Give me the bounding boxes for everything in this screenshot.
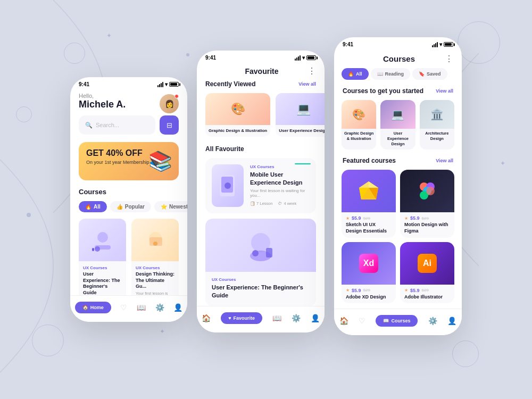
price-new-3: $5.9 bbox=[410, 288, 420, 293]
tab-newest[interactable]: ⭐ Newest bbox=[154, 201, 187, 212]
search-box[interactable]: 🔍 Search... bbox=[79, 115, 155, 135]
nav-heart-right[interactable]: ♡ bbox=[359, 317, 365, 325]
fav-card-1[interactable]: UX Courses User Experience: The Beginner… bbox=[205, 219, 316, 306]
course-category-0: UX Courses bbox=[83, 265, 122, 270]
time-left: 9:41 bbox=[79, 81, 89, 87]
recent-card-1[interactable]: 💻 User Experience Design bbox=[276, 93, 325, 137]
featured-card-0[interactable]: ★ $5.9 $29 Sketch UI UX Design Essential… bbox=[342, 170, 396, 237]
profile-icon-right: 👤 bbox=[447, 317, 456, 325]
filter-button[interactable]: ⊟ bbox=[160, 115, 179, 135]
bottom-nav-left: 🏠 Home ♡ 📖 ⚙️ 👤 bbox=[70, 295, 187, 322]
courses-section-title: Courses bbox=[79, 188, 179, 196]
nav-settings-left[interactable]: ⚙️ bbox=[155, 303, 164, 312]
nav-favourite-button[interactable]: ♥ Favourite bbox=[221, 312, 262, 324]
middle-title: Favourite bbox=[245, 67, 278, 76]
recent-info-0: Graphic Design & Illustration bbox=[205, 125, 270, 137]
battery-icon-mid bbox=[306, 55, 316, 60]
nav-profile-mid[interactable]: 👤 bbox=[311, 314, 320, 322]
right-title: Courses bbox=[353, 54, 445, 63]
tab-all[interactable]: 🔥 All bbox=[79, 201, 107, 212]
settings-icon-mid: ⚙️ bbox=[292, 314, 301, 322]
featured-card-1[interactable]: ★ $5.9 $29 Motion Design with Figma bbox=[400, 170, 454, 237]
featured-title-1: Motion Design with Figma bbox=[404, 222, 450, 234]
fav-title-0: Mobile User Experience Design bbox=[250, 171, 310, 186]
nav-settings-mid[interactable]: ⚙️ bbox=[292, 314, 301, 322]
started-title-2: Architecture Design bbox=[420, 129, 454, 145]
phone-right: 9:41 ▾ Courses ⋮ 🔥 All 📖 Reading bbox=[334, 37, 462, 335]
star-1: ★ bbox=[404, 216, 408, 221]
nav-courses-button[interactable]: 📖 Courses bbox=[376, 315, 418, 327]
featured-view-all[interactable]: View all bbox=[436, 158, 453, 163]
get-started-view-all[interactable]: View all bbox=[436, 88, 453, 94]
heart-icon-right: ♡ bbox=[359, 317, 365, 325]
featured-card-2[interactable]: Xd ★ $5.9 $29 Adobe XD Design bbox=[342, 242, 396, 304]
featured-title-3: Adobe Illustrator bbox=[404, 294, 450, 301]
clock-icon: ⏱ bbox=[278, 201, 282, 206]
tab-popular[interactable]: 👍 Popular bbox=[110, 201, 151, 212]
filter-icon: ⊟ bbox=[167, 121, 172, 129]
price-new-2: $5.9 bbox=[352, 288, 361, 293]
course-category-1: UX Courses bbox=[136, 265, 174, 270]
promo-books-icon: 📚 bbox=[148, 150, 172, 172]
recently-viewed-scroll[interactable]: 🎨 Graphic Design & Illustration 💻 User E… bbox=[197, 93, 325, 137]
nav-book-left[interactable]: 📖 bbox=[137, 303, 146, 312]
right-header: Courses ⋮ bbox=[334, 49, 462, 68]
nav-home-button[interactable]: 🏠 Home bbox=[75, 302, 111, 313]
bottom-nav-middle: 🏠 ♥ Favourite 📖 ⚙️ 👤 bbox=[197, 306, 325, 332]
course-image-1 bbox=[131, 219, 179, 261]
wifi-icon-right: ▾ bbox=[439, 41, 442, 47]
featured-img-2: Xd bbox=[342, 242, 396, 285]
recently-viewed-all[interactable]: View all bbox=[298, 81, 316, 87]
fav-card-0[interactable]: UX Courses Mobile User Experience Design… bbox=[205, 158, 316, 213]
menu-dots[interactable]: ⋮ bbox=[307, 66, 316, 76]
nav-heart-left[interactable]: ♡ bbox=[120, 303, 127, 312]
status-icons-middle: ▾ bbox=[295, 55, 316, 61]
recent-img-0: 🎨 bbox=[205, 93, 270, 125]
nav-profile-left[interactable]: 👤 bbox=[173, 303, 182, 312]
fav-large-img-1 bbox=[205, 219, 316, 272]
started-card-0[interactable]: 🎨 Graphic Design & Illustration bbox=[342, 100, 376, 149]
nav-home-right[interactable]: 🏠 bbox=[339, 317, 348, 325]
course-title-0: User Experience: The Beginner's Guide bbox=[83, 271, 122, 296]
signal-icon-mid bbox=[295, 55, 301, 61]
time-middle: 9:41 bbox=[205, 55, 216, 61]
nav-settings-right[interactable]: ⚙️ bbox=[428, 317, 437, 325]
started-title-1: User Experience Design bbox=[380, 129, 415, 149]
svg-point-6 bbox=[153, 242, 157, 246]
featured-img-1 bbox=[400, 170, 454, 212]
svg-point-0 bbox=[97, 232, 108, 243]
right-menu-dots[interactable]: ⋮ bbox=[445, 54, 453, 64]
profile-icon: 👤 bbox=[173, 303, 182, 312]
filter-reading[interactable]: 📖 Reading bbox=[371, 68, 411, 80]
svg-point-2 bbox=[95, 246, 100, 252]
featured-info-1: ★ $5.9 $29 Motion Design with Figma bbox=[400, 212, 454, 237]
filter-saved[interactable]: 🔖 Saved bbox=[412, 68, 447, 80]
nav-profile-right[interactable]: 👤 bbox=[447, 317, 456, 325]
started-card-2[interactable]: 🏛️ Architecture Design bbox=[420, 100, 454, 149]
nav-home-mid[interactable]: 🏠 bbox=[202, 314, 211, 322]
filter-all[interactable]: 🔥 All bbox=[342, 68, 369, 80]
star-3: ★ bbox=[404, 288, 408, 293]
filter-tabs-right: 🔥 All 📖 Reading 🔖 Saved bbox=[334, 68, 462, 80]
recently-viewed-label: Recently Viewed bbox=[205, 80, 256, 88]
nav-book-mid[interactable]: 📖 bbox=[272, 314, 281, 322]
featured-title-2: Adobe XD Design bbox=[346, 294, 392, 301]
started-title-0: Graphic Design & Illustration bbox=[342, 129, 376, 145]
star-icon: ⭐ bbox=[161, 204, 167, 210]
price-old-2: $29 bbox=[363, 288, 370, 293]
featured-card-3[interactable]: Ai ★ $5.9 $29 Adobe Illustrator bbox=[400, 242, 454, 304]
bookmark-tab-icon: 🔖 bbox=[419, 71, 425, 77]
featured-label: Featured courses bbox=[343, 157, 396, 164]
fav-category-0: UX Courses bbox=[250, 164, 310, 169]
avatar[interactable]: 👩 bbox=[160, 94, 179, 113]
svg-marker-15 bbox=[369, 181, 378, 188]
recent-card-0[interactable]: 🎨 Graphic Design & Illustration bbox=[205, 93, 270, 137]
status-bar-middle: 9:41 ▾ bbox=[197, 51, 325, 63]
svg-rect-3 bbox=[92, 248, 94, 251]
featured-info-3: ★ $5.9 $29 Adobe Illustrator bbox=[400, 285, 454, 304]
promo-banner[interactable]: GET 40% OFF On your 1st year Membership … bbox=[79, 142, 179, 180]
search-placeholder: Search... bbox=[96, 122, 119, 128]
thumb-icon: 👍 bbox=[117, 204, 123, 210]
bottom-nav-right: 🏠 ♡ 📖 Courses ⚙️ 👤 bbox=[334, 309, 462, 335]
started-card-1[interactable]: 💻 User Experience Design bbox=[380, 100, 415, 149]
